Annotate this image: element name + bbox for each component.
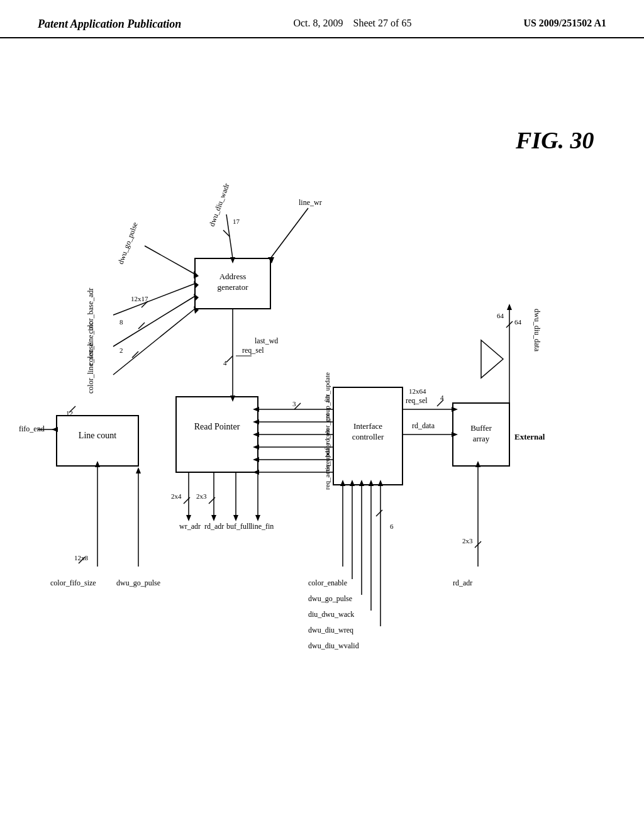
dwu-diu-wreq-label: dwu_diu_wreq — [308, 626, 353, 634]
diu-dwu-wack-label: diu_dwu_wack — [308, 610, 354, 619]
read-pointer-label: Read Pointer — [194, 422, 240, 431]
address-gen-label1: Address — [219, 272, 247, 281]
page-header: Patent Application Publication Oct. 8, 2… — [0, 0, 644, 38]
dwu-go-pulse-center-label: dwu_go_pulse — [308, 594, 352, 603]
4-req-sel-label: 4 — [223, 359, 227, 367]
fifo-end-label: fifo_end — [19, 424, 45, 433]
publication-date: Oct. 8, 2009 — [293, 18, 343, 28]
buffer-array-label2: array — [473, 434, 490, 443]
8-label: 8 — [119, 318, 123, 326]
buf-full-label: buf_full — [226, 522, 251, 531]
buf-full-arrow — [233, 515, 238, 521]
line-count-block — [57, 416, 138, 466]
6-bus-label: 6 — [390, 523, 394, 530]
line-wr-label: line_wr — [299, 198, 322, 207]
external-label: External — [514, 432, 545, 441]
diagram-area: FIG. 30 Line count Read Pointer Address … — [0, 38, 644, 812]
color-enable-label: color_enable — [308, 578, 347, 587]
dwu-go-pulse-bottom-arrow — [136, 467, 141, 473]
2-sense-label: 2 — [119, 346, 123, 354]
2x3-bot-label: 2x3 — [462, 537, 473, 545]
rd-adr-label: rd_adr — [204, 522, 224, 531]
12x17-label: 12x17 — [131, 295, 148, 302]
line-count-label: Line count — [79, 431, 116, 440]
patent-number: US 2009/251502 A1 — [523, 18, 606, 29]
color-line-sense-line — [113, 309, 195, 375]
rd-adr-bottom-label: rd_adr — [453, 578, 472, 587]
64-bus-arrow — [507, 304, 512, 310]
color-base-adr-line — [113, 284, 195, 315]
req-sel-if-label: req_sel — [406, 396, 428, 405]
address-gen-label2: generator — [217, 282, 248, 292]
req-active-label: req_active — [323, 461, 331, 490]
wr-adr-label: wr_adr — [179, 522, 201, 531]
patent-diagram: FIG. 30 Line count Read Pointer Address … — [0, 38, 644, 812]
64-label2: 64 — [497, 312, 504, 319]
line-wr-line — [270, 208, 308, 258]
color-line-inc-line — [113, 296, 195, 346]
req-sel-slash — [226, 356, 233, 362]
sheet-info: Sheet 27 of 65 — [353, 18, 412, 28]
line-fin-label: line_fin — [250, 522, 274, 531]
12x64-label: 12x64 — [409, 387, 426, 395]
12-label: 12 — [66, 409, 73, 417]
read-pointer-block — [176, 397, 258, 472]
color-line-sense-label: color_line_sense — [86, 343, 95, 394]
2x3-label: 2x3 — [196, 492, 207, 500]
2x4-label: 2x4 — [171, 492, 182, 500]
64-label-top: 64 — [514, 318, 522, 326]
color-fifo-size-label: color_fifo_size — [50, 578, 96, 587]
figure-label: FIG. 30 — [515, 127, 594, 153]
buffer-triangle — [481, 340, 503, 378]
publication-label: Patent Application Publication — [38, 18, 181, 31]
dwu-go-pulse-line — [145, 246, 195, 274]
wr-adr-arrow — [186, 515, 191, 521]
dwu-diu-data-label: dwu_diu_data — [533, 309, 541, 352]
6-slash — [376, 510, 382, 516]
3-bus-label: 3 — [292, 400, 296, 407]
wadr-17-label: 17 — [233, 218, 240, 225]
header-center: Oct. 8, 2009 Sheet 27 of 65 — [293, 18, 411, 29]
dwu-go-pulse-label: dwu_go_pulse — [116, 221, 140, 265]
dwu-go-pulse-bottom-label: dwu_go_pulse — [116, 578, 160, 587]
dwu-diu-wvalid-label: dwu_diu_wvalid — [308, 641, 359, 650]
fifo-end-arrow — [52, 427, 58, 432]
rd-adr-rp-arrow — [211, 515, 216, 521]
line-fin-arrow — [255, 515, 260, 521]
interface-ctrl-label1: Interface — [353, 421, 382, 431]
req-sel-label: req_sel — [242, 346, 264, 355]
last-wd-label: last_wd — [255, 336, 278, 345]
rd-data-label: rd_data — [412, 421, 435, 430]
buffer-array-label1: Buffer — [470, 423, 492, 433]
interface-ctrl-label2: controller — [352, 432, 384, 441]
